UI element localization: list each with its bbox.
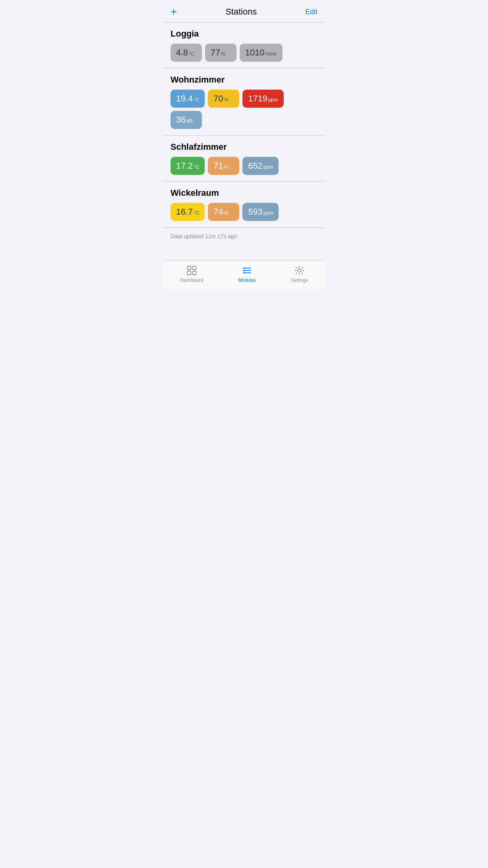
sensor-badge-2-0[interactable]: 17.2°C	[171, 157, 205, 175]
sensor-unit-0-0: °C	[189, 51, 195, 57]
sensor-unit-0-1: %	[221, 51, 226, 57]
sensor-value-3-1: 74	[213, 207, 223, 217]
svg-rect-1	[193, 266, 196, 270]
sensor-badge-0-2[interactable]: 1010mbar	[240, 44, 283, 62]
sensor-badge-1-1[interactable]: 70%	[208, 90, 239, 108]
sensor-value-0-1: 77	[211, 48, 220, 58]
sensor-unit-3-1: %	[224, 210, 229, 216]
nav-item-modules[interactable]: Modules	[238, 265, 256, 283]
add-button[interactable]: +	[171, 6, 177, 17]
sensor-badge-1-3[interactable]: 36dB	[171, 111, 202, 129]
station-name-2: Schlafzimmer	[171, 142, 317, 152]
sensor-badge-3-2[interactable]: 593ppm	[242, 203, 279, 221]
svg-point-10	[298, 269, 301, 272]
sensor-unit-0-2: mbar	[265, 51, 277, 57]
sensor-unit-3-2: ppm	[263, 210, 273, 216]
update-timestamp: Data updated 11m 17s ago	[163, 228, 325, 245]
sensor-badge-3-1[interactable]: 74%	[208, 203, 239, 221]
sensor-unit-3-0: °C	[194, 210, 200, 216]
station-section-3[interactable]: Wickelraum16.7°C74%593ppm	[163, 182, 325, 228]
station-name-1: Wohnzimmer	[171, 75, 317, 85]
sensor-row-2: 17.2°C71%652ppm	[171, 157, 317, 175]
dashboard-icon	[186, 265, 197, 276]
nav-item-dashboard[interactable]: Dashboard	[180, 265, 203, 283]
sensor-badge-0-0[interactable]: 4.8°C	[171, 44, 202, 62]
sensor-value-1-0: 19.4	[176, 94, 193, 104]
sensor-unit-2-2: ppm	[263, 164, 273, 170]
sensor-row-1: 19.4°C70%1719ppm36dB	[171, 90, 317, 129]
station-section-0[interactable]: Loggia4.8°C77%1010mbar	[163, 22, 325, 68]
sensor-badge-1-2[interactable]: 1719ppm	[242, 90, 283, 108]
sensor-value-3-0: 16.7	[176, 207, 193, 217]
nav-item-settings[interactable]: Settings	[291, 265, 308, 283]
sensor-badge-2-2[interactable]: 652ppm	[242, 157, 279, 175]
app-header: + Stations Edit	[163, 0, 325, 22]
sensor-value-2-0: 17.2	[176, 161, 193, 171]
sensor-badge-2-1[interactable]: 71%	[208, 157, 239, 175]
sensor-value-0-2: 1010	[245, 48, 264, 58]
sensor-value-1-3: 36	[176, 115, 185, 125]
sensor-badge-1-0[interactable]: 19.4°C	[171, 90, 205, 108]
station-section-1[interactable]: Wohnzimmer19.4°C70%1719ppm36dB	[163, 68, 325, 136]
nav-label-dashboard: Dashboard	[180, 278, 203, 283]
nav-label-modules: Modules	[238, 278, 256, 283]
sensor-unit-1-0: °C	[194, 97, 200, 103]
page-title: Stations	[226, 7, 257, 17]
sensor-value-1-1: 70	[213, 94, 223, 104]
sensor-value-3-2: 593	[248, 207, 262, 217]
sensor-row-0: 4.8°C77%1010mbar	[171, 44, 317, 62]
sensor-badge-3-0[interactable]: 16.7°C	[171, 203, 205, 221]
sensor-unit-1-2: ppm	[268, 97, 278, 103]
sensor-value-2-2: 652	[248, 161, 262, 171]
station-section-2[interactable]: Schlafzimmer17.2°C71%652ppm	[163, 136, 325, 182]
sensor-unit-2-1: %	[224, 164, 229, 170]
sensor-unit-2-0: °C	[194, 164, 200, 170]
sensor-badge-0-1[interactable]: 77%	[205, 44, 237, 62]
sensor-value-0-0: 4.8	[176, 48, 188, 58]
sensor-value-2-1: 71	[213, 161, 223, 171]
station-name-0: Loggia	[171, 29, 317, 39]
edit-button[interactable]: Edit	[305, 8, 317, 16]
svg-rect-3	[193, 271, 196, 275]
modules-icon	[242, 265, 253, 276]
sensor-value-1-2: 1719	[248, 94, 267, 104]
sensor-unit-1-3: dB	[186, 118, 193, 124]
svg-rect-0	[187, 266, 191, 270]
nav-label-settings: Settings	[291, 278, 308, 283]
station-name-3: Wickelraum	[171, 188, 317, 198]
sensor-row-3: 16.7°C74%593ppm	[171, 203, 317, 221]
bottom-navigation: Dashboard Modules Settings	[163, 261, 325, 289]
main-content: Loggia4.8°C77%1010mbarWohnzimmer19.4°C70…	[163, 22, 325, 261]
svg-rect-2	[187, 271, 191, 275]
sensor-unit-1-1: %	[224, 97, 229, 103]
settings-icon	[294, 265, 305, 276]
